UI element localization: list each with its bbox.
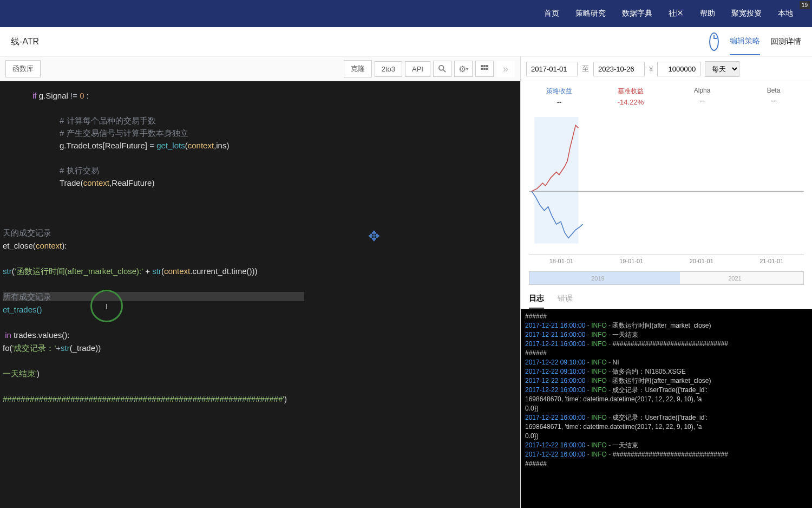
search-icon[interactable] bbox=[433, 61, 451, 77]
notification-badge[interactable]: 19 bbox=[800, 1, 810, 9]
start-date-input[interactable] bbox=[526, 62, 578, 76]
2to3-button[interactable]: 2to3 bbox=[375, 61, 402, 77]
gear-icon[interactable]: ⚙▾ bbox=[454, 61, 473, 77]
tab-edit-strategy[interactable]: 编辑策略 bbox=[730, 28, 760, 55]
svg-rect-4 bbox=[486, 65, 488, 67]
time-range-slider[interactable]: 20192021 bbox=[529, 271, 804, 285]
log-tabs: 日志 错误 bbox=[521, 289, 812, 309]
metrics-row: 策略收益-- 基准收益-14.22% Alpha-- Beta-- bbox=[521, 81, 812, 112]
backtest-params: 至 ¥ 每天 bbox=[521, 57, 812, 81]
clock-icon[interactable] bbox=[709, 32, 719, 51]
grid-icon[interactable] bbox=[475, 61, 494, 77]
code-editor[interactable]: if g.Signal != 0 : # 计算每个品种的交易手数 # 产生交易信… bbox=[0, 81, 520, 508]
date-separator: 至 bbox=[582, 64, 589, 74]
svg-rect-3 bbox=[483, 65, 486, 67]
clone-button[interactable]: 克隆 bbox=[344, 60, 372, 77]
metric-alpha-value: -- bbox=[666, 96, 738, 105]
log-output[interactable]: ######2017-12-21 16:00:00 - INFO - 函数运行时… bbox=[521, 309, 812, 508]
metric-alpha-label: Alpha bbox=[666, 87, 738, 94]
more-icon[interactable]: » bbox=[496, 61, 515, 77]
strategy-title: 线-ATR bbox=[11, 36, 39, 48]
top-nav: 首页 策略研究 数据字典 社区 帮助 聚宽投资 本地 19 bbox=[0, 0, 812, 27]
chart-x-axis: 18-01-0119-01-0120-01-0121-01-01 bbox=[521, 255, 812, 267]
svg-rect-6 bbox=[483, 68, 486, 70]
svg-rect-2 bbox=[481, 65, 483, 67]
metric-benchmark-return-label: 基准收益 bbox=[595, 87, 666, 96]
nav-home[interactable]: 首页 bbox=[544, 9, 559, 18]
nav-dict[interactable]: 数据字典 bbox=[622, 9, 652, 18]
metric-beta-value: -- bbox=[738, 96, 809, 105]
nav-invest[interactable]: 聚宽投资 bbox=[731, 9, 762, 18]
sub-header: 线-ATR 编辑策略 回测详情 bbox=[0, 27, 812, 57]
capital-input[interactable] bbox=[657, 62, 700, 76]
func-lib-button[interactable]: 函数库 bbox=[5, 60, 41, 77]
end-date-input[interactable] bbox=[593, 62, 645, 76]
metric-strategy-return-value: -- bbox=[523, 98, 595, 106]
editor-toolbar: 函数库 克隆 2to3 API ⚙▾ » bbox=[0, 57, 520, 81]
text-cursor-indicator: I bbox=[90, 290, 123, 322]
frequency-select[interactable]: 每天 bbox=[705, 61, 739, 77]
move-icon[interactable]: ✥ bbox=[368, 230, 380, 243]
tab-error[interactable]: 错误 bbox=[558, 294, 573, 309]
metric-strategy-return-label: 策略收益 bbox=[523, 87, 595, 96]
tab-log[interactable]: 日志 bbox=[529, 294, 544, 309]
svg-point-0 bbox=[439, 66, 444, 70]
currency-label: ¥ bbox=[649, 65, 653, 73]
tab-backtest-detail[interactable]: 回测详情 bbox=[771, 29, 801, 55]
metric-beta-label: Beta bbox=[738, 87, 809, 94]
metric-benchmark-return-value: -14.22% bbox=[595, 98, 666, 106]
svg-line-1 bbox=[443, 70, 446, 72]
nav-local[interactable]: 本地 bbox=[778, 9, 793, 18]
svg-rect-7 bbox=[486, 68, 488, 70]
api-button[interactable]: API bbox=[405, 61, 430, 77]
nav-help[interactable]: 帮助 bbox=[700, 9, 715, 18]
nav-research[interactable]: 策略研究 bbox=[575, 9, 606, 18]
returns-chart[interactable] bbox=[529, 112, 804, 255]
svg-rect-5 bbox=[481, 68, 483, 70]
nav-community[interactable]: 社区 bbox=[669, 9, 684, 18]
